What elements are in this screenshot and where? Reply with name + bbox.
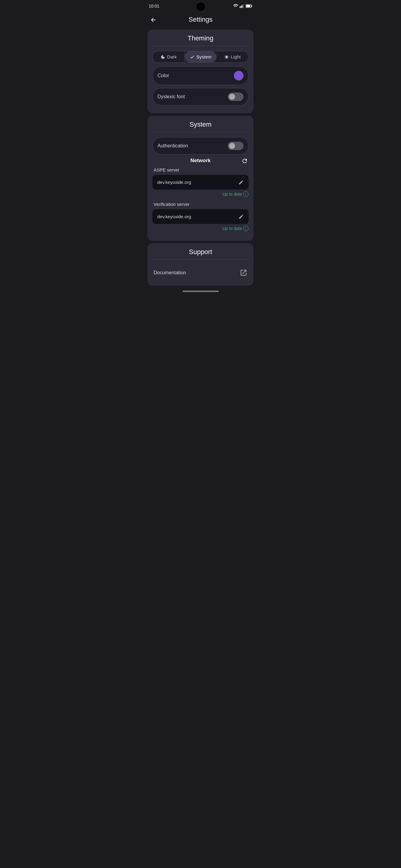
theme-option-system[interactable]: System <box>185 51 216 62</box>
network-header: Network <box>152 158 249 164</box>
support-divider <box>152 259 249 260</box>
moon-icon <box>161 55 165 59</box>
signal-icon <box>239 4 245 8</box>
back-button[interactable] <box>149 14 158 25</box>
network-title: Network <box>191 158 210 164</box>
theming-divider <box>152 46 249 46</box>
verification-edit-icon[interactable] <box>238 213 244 220</box>
dark-label: Dark <box>167 54 177 59</box>
documentation-label: Documentation <box>153 270 186 276</box>
status-bar: 10:01 <box>144 0 257 12</box>
svg-rect-1 <box>241 6 241 8</box>
home-indicator <box>182 290 219 292</box>
svg-rect-5 <box>251 5 252 7</box>
verification-server-status: Up to date i <box>152 226 249 231</box>
sun-icon <box>224 55 229 59</box>
light-label: Light <box>231 54 241 59</box>
battery-icon <box>246 4 252 8</box>
refresh-button[interactable] <box>241 156 249 165</box>
aspe-server-value: dev.keyoxide.org <box>157 180 191 185</box>
external-link-icon <box>239 269 248 277</box>
theming-section: Theming Dark System Light Color <box>147 30 254 113</box>
verification-server-value: dev.keyoxide.org <box>157 214 191 219</box>
authentication-row: Authentication <box>152 137 249 155</box>
theme-option-dark[interactable]: Dark <box>153 51 185 62</box>
camera-notch <box>196 2 205 11</box>
system-divider <box>152 132 249 132</box>
authentication-label: Authentication <box>157 143 188 149</box>
status-icons <box>233 4 252 8</box>
verification-server-label: Verification server <box>153 202 249 207</box>
status-time: 10:01 <box>149 4 159 8</box>
authentication-toggle[interactable] <box>228 142 244 150</box>
auth-toggle-track <box>228 142 244 150</box>
support-title: Support <box>152 248 249 256</box>
theme-option-light[interactable]: Light <box>217 51 248 62</box>
svg-rect-0 <box>239 7 240 8</box>
theme-selector: Dark System Light <box>152 51 249 63</box>
theming-title: Theming <box>152 34 249 42</box>
network-subsection: Network ASPE server dev.keyoxide.org Up … <box>152 158 249 231</box>
system-section: System Authentication Network ASPE serve… <box>147 116 254 241</box>
color-label: Color <box>157 73 169 79</box>
toggle-track <box>228 93 244 101</box>
aspe-server-status: Up to date i <box>152 191 249 197</box>
wifi-icon <box>233 4 238 8</box>
aspe-info-icon[interactable]: i <box>243 191 249 197</box>
aspe-server-label: ASPE server <box>153 167 249 173</box>
page-title: Settings <box>189 16 213 24</box>
color-picker[interactable] <box>234 71 244 81</box>
system-label: System <box>196 54 211 59</box>
check-icon <box>190 55 195 59</box>
svg-rect-3 <box>243 4 244 8</box>
system-title: System <box>152 121 249 128</box>
color-setting-row[interactable]: Color <box>152 66 249 85</box>
dyslexic-font-toggle[interactable] <box>228 93 244 101</box>
svg-rect-6 <box>246 5 251 7</box>
verification-info-icon[interactable]: i <box>243 226 249 231</box>
dyslexic-font-row: Dyslexic font <box>152 88 249 105</box>
toggle-thumb <box>229 94 235 100</box>
top-navigation: Settings <box>144 12 257 27</box>
dyslexic-font-label: Dyslexic font <box>157 94 185 99</box>
aspe-edit-icon[interactable] <box>238 179 244 185</box>
aspe-server-input[interactable]: dev.keyoxide.org <box>152 175 249 190</box>
verification-server-input[interactable]: dev.keyoxide.org <box>152 209 249 224</box>
svg-rect-2 <box>242 5 242 8</box>
documentation-row[interactable]: Documentation <box>152 265 249 281</box>
auth-toggle-thumb <box>229 143 235 149</box>
support-section: Support Documentation <box>147 243 254 286</box>
